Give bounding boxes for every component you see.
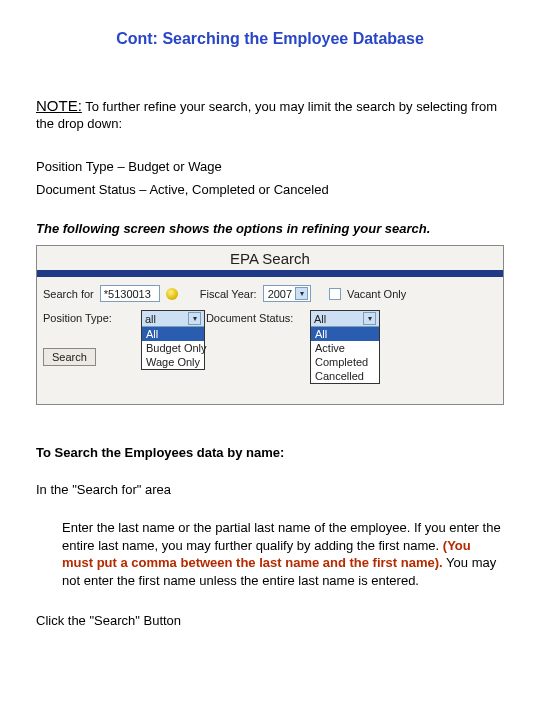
position-type-select[interactable]: all ▾ All Budget Only Wage Only: [141, 310, 205, 370]
position-type-label: Position Type:: [43, 312, 112, 324]
lightbulb-icon[interactable]: [166, 288, 178, 300]
filter-row: Position Type: Document Status: all ▾ Al…: [37, 310, 503, 324]
document-status-option[interactable]: All: [311, 327, 379, 341]
position-type-value: all: [145, 313, 156, 325]
search-button[interactable]: Search: [43, 348, 96, 366]
page-title: Cont: Searching the Employee Database: [36, 30, 504, 48]
fiscal-year-value: 2007: [268, 288, 292, 300]
document-status-select[interactable]: All ▾ All Active Completed Cancelled: [310, 310, 380, 384]
vacant-only-label: Vacant Only: [347, 288, 406, 300]
note-label: NOTE:: [36, 97, 82, 114]
document-status-selected[interactable]: All ▾: [311, 311, 379, 327]
document-status-value: All: [314, 313, 326, 325]
by-name-heading: To Search the Employees data by name:: [36, 445, 504, 462]
search-row: Search for *5130013 Fiscal Year: 2007 ▾ …: [37, 277, 503, 310]
document-status-option[interactable]: Active: [311, 341, 379, 355]
position-type-option[interactable]: Wage Only: [142, 355, 204, 369]
app-title: EPA Search: [37, 246, 503, 270]
title-bar: [37, 270, 503, 277]
search-for-input[interactable]: *5130013: [100, 285, 160, 302]
fiscal-year-select[interactable]: 2007 ▾: [263, 285, 311, 302]
leadin-text: The following screen shows the options i…: [36, 221, 504, 238]
chevron-down-icon: ▾: [188, 312, 201, 325]
position-type-def: Position Type – Budget or Wage: [36, 159, 504, 176]
position-type-option[interactable]: All: [142, 327, 204, 341]
note-text: To further refine your search, you may l…: [36, 99, 497, 131]
note-paragraph: NOTE: To further refine your search, you…: [36, 96, 504, 133]
search-for-label: Search for: [43, 288, 94, 300]
by-name-instructions: Enter the last name or the partial last …: [62, 519, 504, 589]
position-type-option[interactable]: Budget Only: [142, 341, 204, 355]
fiscal-year-label: Fiscal Year:: [200, 288, 257, 300]
chevron-down-icon: ▾: [295, 287, 308, 300]
document-status-label: Document Status:: [206, 312, 293, 324]
document-status-option[interactable]: Cancelled: [311, 369, 379, 383]
position-type-selected[interactable]: all ▾: [142, 311, 204, 327]
click-search-text: Click the "Search" Button: [36, 613, 504, 630]
chevron-down-icon: ▾: [363, 312, 376, 325]
by-name-intro: In the "Search for" area: [36, 482, 504, 499]
vacant-only-checkbox[interactable]: [329, 288, 341, 300]
document-status-def: Document Status – Active, Completed or C…: [36, 182, 504, 199]
document-status-option[interactable]: Completed: [311, 355, 379, 369]
instructions-text-a: Enter the last name or the partial last …: [62, 520, 501, 553]
app-screenshot: EPA Search Search for *5130013 Fiscal Ye…: [36, 245, 504, 405]
